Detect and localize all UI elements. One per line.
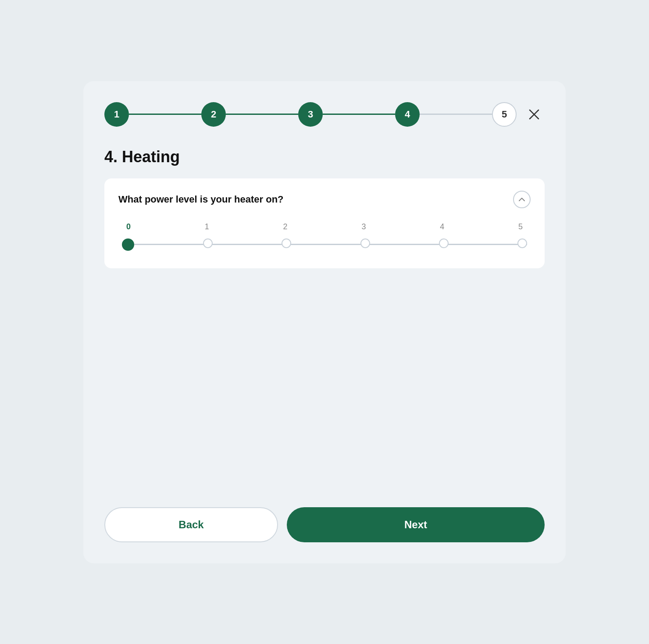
step-line-4 [420,114,492,115]
step-5[interactable]: 5 [492,102,517,127]
slider-dot-4[interactable] [439,238,449,248]
modal-container: 1 2 3 4 5 [83,81,566,563]
page-title: 4. Heating [104,148,545,166]
step-4[interactable]: 4 [395,102,420,127]
slider-labels: 0 1 2 3 4 5 [122,222,527,231]
slider-label-5: 5 [514,222,527,231]
slider-container: 0 1 2 3 4 5 [118,222,531,253]
step-2[interactable]: 2 [201,102,226,127]
step-line-1 [129,114,201,115]
step-line-3 [323,114,395,115]
close-button[interactable] [524,104,545,125]
content-spacer [104,281,545,490]
slider-label-0: 0 [122,222,135,231]
collapse-button[interactable] [513,191,531,208]
slider-label-4: 4 [435,222,449,231]
next-button[interactable]: Next [287,507,545,542]
slider-label-2: 2 [279,222,292,231]
chevron-up-icon [517,195,526,204]
slider-label-1: 1 [200,222,214,231]
back-button[interactable]: Back [104,507,278,542]
slider-dot-0[interactable] [122,238,134,251]
bottom-buttons: Back Next [104,507,545,542]
step-wrapper-1: 1 [104,102,201,127]
progress-bar: 1 2 3 4 5 [104,102,545,127]
step-wrapper-2: 2 [201,102,298,127]
step-line-2 [226,114,298,115]
step-wrapper-5: 5 [492,102,517,127]
step-1[interactable]: 1 [104,102,129,127]
slider-dot-2[interactable] [282,238,291,248]
slider-dots [122,238,527,251]
step-wrapper-3: 3 [298,102,395,127]
step-wrapper-4: 4 [395,102,492,127]
step-3[interactable]: 3 [298,102,323,127]
slider-dot-1[interactable] [203,238,213,248]
question-header: What power level is your heater on? [118,191,531,208]
close-icon [528,108,540,121]
slider-track-wrapper[interactable] [122,237,527,253]
slider-dot-5[interactable] [517,238,527,248]
question-card: What power level is your heater on? 0 1 … [104,178,545,268]
slider-label-3: 3 [357,222,370,231]
slider-dot-3[interactable] [360,238,370,248]
question-text: What power level is your heater on? [118,194,284,205]
